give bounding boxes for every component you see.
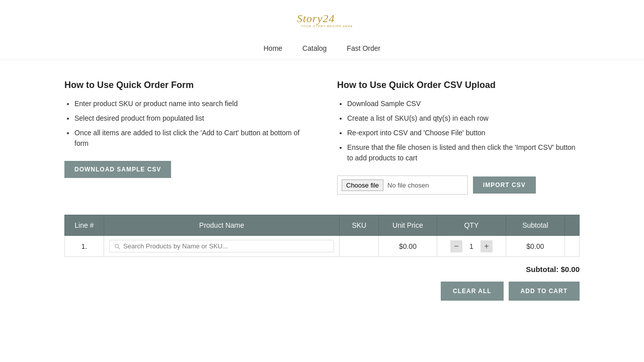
table-header-row: Line # Product Name SKU Unit Price QTY S… bbox=[65, 215, 580, 236]
main-content: How to Use Quick Order Form Enter produc… bbox=[0, 60, 644, 321]
left-title: How to Use Quick Order Form bbox=[64, 80, 307, 90]
left-list: Enter product SKU or product name into s… bbox=[64, 99, 307, 149]
file-upload-row: Choose file No file chosen IMPORT CSV bbox=[337, 175, 580, 195]
table-row: 1. $0.00 − 1 bbox=[65, 236, 580, 257]
right-list: Download Sample CSV Create a list of SKU… bbox=[337, 99, 580, 163]
row-sku bbox=[340, 236, 379, 257]
left-list-item-3: Once all items are added to list click t… bbox=[74, 128, 307, 149]
right-list-item-3: Re-export into CSV and 'Choose File' but… bbox=[347, 128, 580, 138]
col-header-sku: SKU bbox=[340, 215, 379, 236]
col-header-product: Product Name bbox=[104, 215, 340, 236]
col-header-subtotal: Subtotal bbox=[506, 215, 565, 236]
logo-text: Story24 YOUR STORY BEGINS HERE bbox=[292, 8, 352, 31]
logo: Story24 YOUR STORY BEGINS HERE bbox=[292, 8, 352, 31]
left-list-item-1: Enter product SKU or product name into s… bbox=[74, 99, 307, 109]
header: Story24 YOUR STORY BEGINS HERE Home Cata… bbox=[0, 0, 644, 60]
subtotal-value: $0.00 bbox=[560, 265, 580, 274]
col-header-line: Line # bbox=[65, 215, 104, 236]
nav-home[interactable]: Home bbox=[264, 42, 282, 54]
right-list-item-1: Download Sample CSV bbox=[347, 99, 580, 109]
product-search-input[interactable] bbox=[123, 242, 330, 250]
nav-catalog[interactable]: Catalog bbox=[302, 42, 327, 54]
table-bottom: Subtotal: $0.00 CLEAR ALL ADD TO CART bbox=[64, 265, 580, 301]
action-buttons: CLEAR ALL ADD TO CART bbox=[64, 282, 580, 301]
logo-svg: Story24 YOUR STORY BEGINS HERE bbox=[292, 8, 352, 28]
file-input-wrapper: Choose file No file chosen bbox=[337, 175, 468, 195]
row-unit-price: $0.00 bbox=[379, 236, 437, 257]
col-header-unit-price: Unit Price bbox=[379, 215, 437, 236]
qty-value: 1 bbox=[466, 242, 476, 250]
subtotal-label: Subtotal: bbox=[526, 265, 558, 274]
row-action-cell bbox=[565, 236, 579, 257]
qty-decrease-button[interactable]: − bbox=[450, 240, 462, 252]
left-instructions: How to Use Quick Order Form Enter produc… bbox=[64, 80, 307, 195]
col-header-qty: QTY bbox=[437, 215, 506, 236]
order-table-section: Line # Product Name SKU Unit Price QTY S… bbox=[64, 215, 580, 301]
qty-increase-button[interactable]: + bbox=[480, 240, 493, 252]
nav-fast-order[interactable]: Fast Order bbox=[347, 42, 380, 54]
right-title: How to Use Quick Order CSV Upload bbox=[337, 80, 580, 90]
row-subtotal: $0.00 bbox=[506, 236, 565, 257]
choose-file-button[interactable]: Choose file bbox=[342, 179, 383, 191]
subtotal-display: Subtotal: $0.00 bbox=[64, 265, 580, 274]
right-instructions: How to Use Quick Order CSV Upload Downlo… bbox=[337, 80, 580, 195]
row-qty-cell: − 1 + bbox=[437, 236, 506, 257]
instructions-section: How to Use Quick Order Form Enter produc… bbox=[64, 80, 580, 195]
row-product-cell bbox=[104, 236, 340, 257]
right-list-item-4: Ensure that the file chosen is listed an… bbox=[347, 142, 580, 163]
search-icon bbox=[114, 243, 120, 250]
clear-all-button[interactable]: CLEAR ALL bbox=[441, 282, 504, 301]
right-list-item-2: Create a list of SKU(s) and qty(s) in ea… bbox=[347, 113, 580, 124]
import-csv-button[interactable]: IMPORT CSV bbox=[473, 176, 536, 194]
svg-text:Story24: Story24 bbox=[297, 12, 335, 25]
row-line-number: 1. bbox=[65, 236, 104, 257]
order-table: Line # Product Name SKU Unit Price QTY S… bbox=[64, 215, 580, 257]
svg-text:YOUR STORY BEGINS HERE: YOUR STORY BEGINS HERE bbox=[301, 25, 352, 28]
qty-wrapper: − 1 + bbox=[442, 240, 501, 252]
left-list-item-2: Select desired product from populated li… bbox=[74, 113, 307, 124]
download-csv-button[interactable]: DOWNLOAD SAMPLE CSV bbox=[64, 161, 171, 178]
navigation: Home Catalog Fast Order bbox=[264, 37, 381, 59]
no-file-label: No file chosen bbox=[387, 182, 429, 189]
col-header-actions bbox=[565, 215, 579, 236]
add-to-cart-button[interactable]: ADD TO CART bbox=[509, 282, 580, 301]
product-search-wrapper bbox=[109, 240, 335, 252]
